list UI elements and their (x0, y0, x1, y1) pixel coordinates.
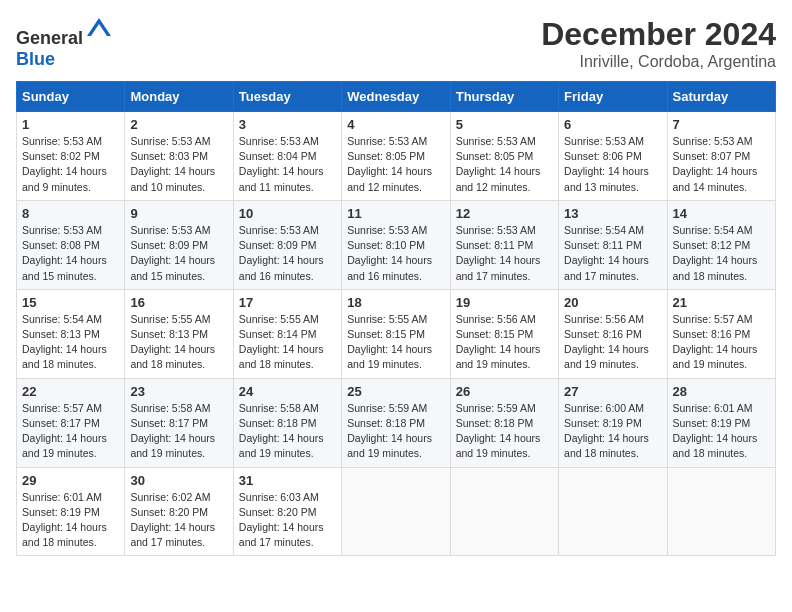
day-info: Sunrise: 5:53 AM Sunset: 8:05 PM Dayligh… (456, 134, 553, 195)
day-info: Sunrise: 5:53 AM Sunset: 8:11 PM Dayligh… (456, 223, 553, 284)
calendar-cell: 4 Sunrise: 5:53 AM Sunset: 8:05 PM Dayli… (342, 112, 450, 201)
calendar-cell: 24 Sunrise: 5:58 AM Sunset: 8:18 PM Dayl… (233, 378, 341, 467)
day-number: 1 (22, 117, 119, 132)
day-info: Sunrise: 5:56 AM Sunset: 8:16 PM Dayligh… (564, 312, 661, 373)
day-info: Sunrise: 5:54 AM Sunset: 8:13 PM Dayligh… (22, 312, 119, 373)
day-info: Sunrise: 6:00 AM Sunset: 8:19 PM Dayligh… (564, 401, 661, 462)
calendar-cell (450, 467, 558, 556)
day-info: Sunrise: 5:59 AM Sunset: 8:18 PM Dayligh… (456, 401, 553, 462)
day-number: 24 (239, 384, 336, 399)
day-info: Sunrise: 6:01 AM Sunset: 8:19 PM Dayligh… (673, 401, 770, 462)
calendar-cell: 2 Sunrise: 5:53 AM Sunset: 8:03 PM Dayli… (125, 112, 233, 201)
calendar-week-5: 29 Sunrise: 6:01 AM Sunset: 8:19 PM Dayl… (17, 467, 776, 556)
day-number: 28 (673, 384, 770, 399)
day-info: Sunrise: 5:53 AM Sunset: 8:10 PM Dayligh… (347, 223, 444, 284)
calendar-week-1: 1 Sunrise: 5:53 AM Sunset: 8:02 PM Dayli… (17, 112, 776, 201)
calendar-cell: 9 Sunrise: 5:53 AM Sunset: 8:09 PM Dayli… (125, 200, 233, 289)
calendar-week-3: 15 Sunrise: 5:54 AM Sunset: 8:13 PM Dayl… (17, 289, 776, 378)
calendar-header-wednesday: Wednesday (342, 82, 450, 112)
day-number: 18 (347, 295, 444, 310)
calendar-cell: 10 Sunrise: 5:53 AM Sunset: 8:09 PM Dayl… (233, 200, 341, 289)
calendar-cell: 7 Sunrise: 5:53 AM Sunset: 8:07 PM Dayli… (667, 112, 775, 201)
calendar-cell (667, 467, 775, 556)
calendar-cell: 30 Sunrise: 6:02 AM Sunset: 8:20 PM Dayl… (125, 467, 233, 556)
day-number: 6 (564, 117, 661, 132)
calendar-cell (342, 467, 450, 556)
day-number: 29 (22, 473, 119, 488)
day-number: 17 (239, 295, 336, 310)
day-number: 23 (130, 384, 227, 399)
calendar-cell: 17 Sunrise: 5:55 AM Sunset: 8:14 PM Dayl… (233, 289, 341, 378)
day-number: 30 (130, 473, 227, 488)
day-info: Sunrise: 5:55 AM Sunset: 8:13 PM Dayligh… (130, 312, 227, 373)
day-number: 19 (456, 295, 553, 310)
title-area: December 2024 Inriville, Cordoba, Argent… (541, 16, 776, 71)
day-info: Sunrise: 5:56 AM Sunset: 8:15 PM Dayligh… (456, 312, 553, 373)
calendar-week-2: 8 Sunrise: 5:53 AM Sunset: 8:08 PM Dayli… (17, 200, 776, 289)
calendar-cell: 27 Sunrise: 6:00 AM Sunset: 8:19 PM Dayl… (559, 378, 667, 467)
calendar-cell: 19 Sunrise: 5:56 AM Sunset: 8:15 PM Dayl… (450, 289, 558, 378)
calendar-table: SundayMondayTuesdayWednesdayThursdayFrid… (16, 81, 776, 556)
calendar-header-saturday: Saturday (667, 82, 775, 112)
day-info: Sunrise: 5:53 AM Sunset: 8:02 PM Dayligh… (22, 134, 119, 195)
day-info: Sunrise: 5:58 AM Sunset: 8:17 PM Dayligh… (130, 401, 227, 462)
calendar-cell: 8 Sunrise: 5:53 AM Sunset: 8:08 PM Dayli… (17, 200, 125, 289)
calendar-cell: 14 Sunrise: 5:54 AM Sunset: 8:12 PM Dayl… (667, 200, 775, 289)
calendar-cell: 26 Sunrise: 5:59 AM Sunset: 8:18 PM Dayl… (450, 378, 558, 467)
calendar-cell: 5 Sunrise: 5:53 AM Sunset: 8:05 PM Dayli… (450, 112, 558, 201)
day-info: Sunrise: 5:59 AM Sunset: 8:18 PM Dayligh… (347, 401, 444, 462)
day-info: Sunrise: 5:53 AM Sunset: 8:06 PM Dayligh… (564, 134, 661, 195)
day-number: 15 (22, 295, 119, 310)
calendar-cell: 3 Sunrise: 5:53 AM Sunset: 8:04 PM Dayli… (233, 112, 341, 201)
day-number: 11 (347, 206, 444, 221)
day-info: Sunrise: 5:55 AM Sunset: 8:15 PM Dayligh… (347, 312, 444, 373)
day-number: 25 (347, 384, 444, 399)
calendar-cell: 18 Sunrise: 5:55 AM Sunset: 8:15 PM Dayl… (342, 289, 450, 378)
day-info: Sunrise: 6:03 AM Sunset: 8:20 PM Dayligh… (239, 490, 336, 551)
calendar-header-thursday: Thursday (450, 82, 558, 112)
day-number: 7 (673, 117, 770, 132)
calendar-week-4: 22 Sunrise: 5:57 AM Sunset: 8:17 PM Dayl… (17, 378, 776, 467)
day-number: 16 (130, 295, 227, 310)
day-number: 10 (239, 206, 336, 221)
day-info: Sunrise: 5:57 AM Sunset: 8:17 PM Dayligh… (22, 401, 119, 462)
calendar-header-row: SundayMondayTuesdayWednesdayThursdayFrid… (17, 82, 776, 112)
day-info: Sunrise: 5:53 AM Sunset: 8:03 PM Dayligh… (130, 134, 227, 195)
calendar-cell: 22 Sunrise: 5:57 AM Sunset: 8:17 PM Dayl… (17, 378, 125, 467)
calendar-cell: 31 Sunrise: 6:03 AM Sunset: 8:20 PM Dayl… (233, 467, 341, 556)
calendar-cell: 23 Sunrise: 5:58 AM Sunset: 8:17 PM Dayl… (125, 378, 233, 467)
page-title: December 2024 (541, 16, 776, 53)
day-number: 8 (22, 206, 119, 221)
day-info: Sunrise: 5:53 AM Sunset: 8:09 PM Dayligh… (130, 223, 227, 284)
calendar-cell: 21 Sunrise: 5:57 AM Sunset: 8:16 PM Dayl… (667, 289, 775, 378)
calendar-cell: 20 Sunrise: 5:56 AM Sunset: 8:16 PM Dayl… (559, 289, 667, 378)
day-info: Sunrise: 5:58 AM Sunset: 8:18 PM Dayligh… (239, 401, 336, 462)
calendar-cell: 13 Sunrise: 5:54 AM Sunset: 8:11 PM Dayl… (559, 200, 667, 289)
logo-icon (85, 16, 113, 44)
day-number: 31 (239, 473, 336, 488)
day-info: Sunrise: 6:01 AM Sunset: 8:19 PM Dayligh… (22, 490, 119, 551)
day-info: Sunrise: 5:53 AM Sunset: 8:05 PM Dayligh… (347, 134, 444, 195)
day-info: Sunrise: 5:54 AM Sunset: 8:11 PM Dayligh… (564, 223, 661, 284)
calendar-cell: 29 Sunrise: 6:01 AM Sunset: 8:19 PM Dayl… (17, 467, 125, 556)
day-number: 3 (239, 117, 336, 132)
page-header: General Blue December 2024 Inriville, Co… (16, 16, 776, 71)
calendar-cell: 16 Sunrise: 5:55 AM Sunset: 8:13 PM Dayl… (125, 289, 233, 378)
day-number: 5 (456, 117, 553, 132)
logo: General Blue (16, 16, 113, 70)
day-info: Sunrise: 5:55 AM Sunset: 8:14 PM Dayligh… (239, 312, 336, 373)
calendar-cell: 12 Sunrise: 5:53 AM Sunset: 8:11 PM Dayl… (450, 200, 558, 289)
logo-general: General (16, 28, 83, 48)
day-info: Sunrise: 5:53 AM Sunset: 8:09 PM Dayligh… (239, 223, 336, 284)
page-subtitle: Inriville, Cordoba, Argentina (541, 53, 776, 71)
calendar-cell: 1 Sunrise: 5:53 AM Sunset: 8:02 PM Dayli… (17, 112, 125, 201)
day-number: 26 (456, 384, 553, 399)
calendar-cell: 11 Sunrise: 5:53 AM Sunset: 8:10 PM Dayl… (342, 200, 450, 289)
day-info: Sunrise: 5:53 AM Sunset: 8:07 PM Dayligh… (673, 134, 770, 195)
day-number: 9 (130, 206, 227, 221)
calendar-cell: 28 Sunrise: 6:01 AM Sunset: 8:19 PM Dayl… (667, 378, 775, 467)
logo-text: General Blue (16, 16, 113, 70)
logo-blue: Blue (16, 49, 55, 69)
calendar-header-tuesday: Tuesday (233, 82, 341, 112)
day-number: 22 (22, 384, 119, 399)
